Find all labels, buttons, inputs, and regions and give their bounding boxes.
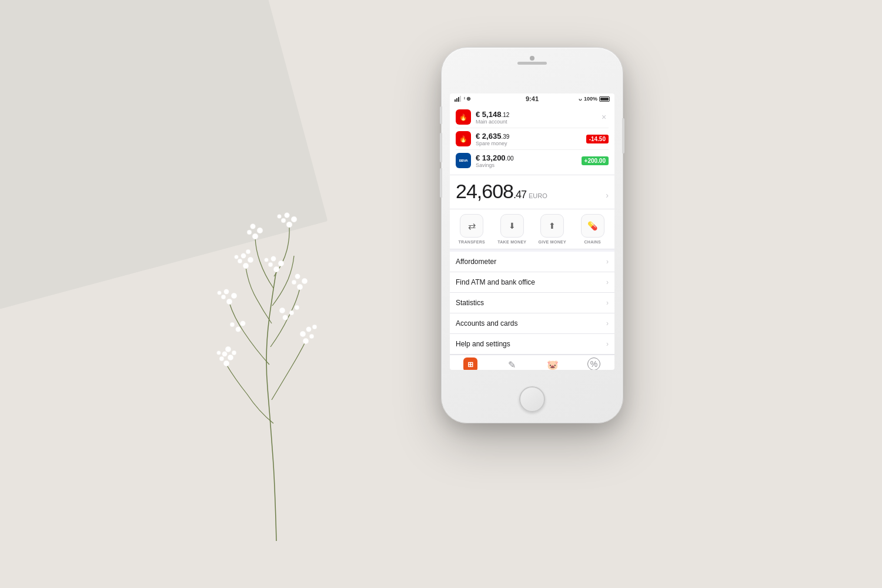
phone-mockup: ᵎ ⊛ 9:41 ᴗ 100% 🔥 € 5,148.12 bbox=[441, 47, 623, 423]
close-account-btn[interactable]: × bbox=[599, 112, 609, 122]
svg-point-18 bbox=[292, 280, 296, 285]
total-currency: EURO bbox=[529, 192, 547, 199]
svg-point-39 bbox=[271, 256, 276, 262]
svg-point-0 bbox=[223, 360, 229, 366]
give-money-icon: ⬆ bbox=[540, 214, 564, 238]
santander-icon-2: 🔥 bbox=[459, 135, 467, 143]
menu-item-accounts[interactable]: Accounts and cards › bbox=[450, 313, 614, 334]
svg-point-46 bbox=[279, 308, 285, 313]
help-chevron: › bbox=[606, 340, 609, 348]
chains-icon: 💊 bbox=[581, 214, 604, 238]
svg-point-23 bbox=[248, 257, 253, 263]
tab-payments[interactable]: ✎ Payments bbox=[491, 358, 532, 370]
account-row-spare[interactable]: 🔥 € 2,635.39 Spare money -14.50 bbox=[456, 128, 609, 150]
menu-item-atm[interactable]: Find ATM and bank office › bbox=[450, 272, 614, 293]
account-name-main: Main account bbox=[476, 119, 597, 125]
total-chevron: › bbox=[606, 191, 609, 200]
capital-tab-icon: ⊞ bbox=[463, 358, 477, 370]
menu-item-statistics[interactable]: Statistics › bbox=[450, 293, 614, 313]
accounts-section: 🔥 € 5,148.12 Main account × 🔥 € 2,635 bbox=[450, 103, 614, 175]
svg-point-30 bbox=[285, 213, 290, 218]
tab-loans[interactable]: % Loans bbox=[573, 358, 614, 370]
svg-point-21 bbox=[243, 263, 249, 269]
wifi-symbol: ⊛ bbox=[466, 96, 471, 102]
battery-percent: 100% bbox=[584, 96, 597, 102]
menu-item-help[interactable]: Help and settings › bbox=[450, 334, 614, 355]
menu-item-affordometer[interactable]: Affordometer › bbox=[450, 252, 614, 272]
svg-point-34 bbox=[257, 228, 263, 233]
phone-speaker bbox=[517, 62, 547, 65]
account-name-savings: Savings bbox=[476, 162, 582, 168]
svg-point-16 bbox=[218, 291, 222, 295]
svg-point-38 bbox=[278, 260, 284, 266]
wifi-icon: ᵎ bbox=[464, 96, 465, 102]
take-money-label: TAKE MONEY bbox=[497, 240, 526, 244]
battery-icon bbox=[599, 96, 610, 102]
give-money-button[interactable]: ⬆ GIVE MONEY bbox=[533, 214, 572, 244]
account-info-spare: € 2,635.39 Spare money bbox=[476, 132, 586, 146]
status-left: ᵎ ⊛ bbox=[455, 96, 471, 102]
svg-point-10 bbox=[306, 327, 312, 332]
svg-point-14 bbox=[231, 293, 237, 299]
svg-point-32 bbox=[252, 233, 258, 239]
signal-icon bbox=[455, 96, 461, 102]
chains-button[interactable]: 💊 CHAINS bbox=[573, 214, 613, 244]
santander-logo-main: 🔥 bbox=[456, 109, 471, 125]
take-money-icon: ⬇ bbox=[500, 214, 524, 238]
santander-logo-spare: 🔥 bbox=[456, 131, 471, 146]
give-money-label: GIVE MONEY bbox=[539, 240, 566, 244]
phone-screen: ᵎ ⊛ 9:41 ᴗ 100% 🔥 € 5,148.12 bbox=[450, 93, 614, 370]
statistics-chevron: › bbox=[606, 299, 609, 307]
svg-point-2 bbox=[228, 355, 233, 360]
svg-point-44 bbox=[283, 315, 288, 320]
transfers-button[interactable]: ⇄ TRANSFERS bbox=[452, 214, 492, 244]
svg-point-41 bbox=[236, 327, 241, 332]
tab-capital[interactable]: ⊞ Capital bbox=[450, 358, 491, 370]
account-amount-main: € 5,148.12 bbox=[476, 110, 597, 119]
svg-point-24 bbox=[241, 253, 246, 259]
chains-label: CHAINS bbox=[584, 240, 601, 244]
flower-decoration bbox=[182, 200, 382, 553]
affordometer-label: Affordometer bbox=[456, 258, 496, 266]
statistics-label: Statistics bbox=[456, 299, 484, 307]
svg-point-25 bbox=[235, 255, 239, 259]
svg-point-37 bbox=[268, 262, 273, 267]
svg-point-33 bbox=[247, 230, 252, 235]
total-left: 24,608.47 EURO bbox=[456, 180, 547, 203]
help-label: Help and settings bbox=[456, 340, 510, 348]
svg-point-27 bbox=[286, 222, 292, 228]
time-display: 9:41 bbox=[526, 95, 539, 102]
svg-point-40 bbox=[265, 258, 269, 262]
home-button[interactable] bbox=[519, 386, 545, 412]
svg-point-15 bbox=[224, 289, 229, 295]
tab-funds[interactable]: 🐷 Funds bbox=[532, 358, 573, 370]
menu-section: Affordometer › Find ATM and bank office … bbox=[450, 249, 614, 355]
atm-label: Find ATM and bank office bbox=[456, 278, 535, 286]
svg-point-4 bbox=[232, 350, 236, 355]
savings-badge: +200.00 bbox=[582, 156, 609, 165]
total-amount: 24,608.47 bbox=[456, 180, 526, 203]
account-amount-spare: € 2,635.39 bbox=[476, 132, 586, 141]
bbva-logo: BBVA bbox=[456, 153, 471, 168]
accounts-label: Accounts and cards bbox=[456, 319, 517, 328]
accounts-chevron: › bbox=[606, 319, 609, 328]
status-bar: ᵎ ⊛ 9:41 ᴗ 100% bbox=[450, 93, 614, 103]
transfers-icon: ⇄ bbox=[460, 214, 483, 238]
svg-point-7 bbox=[303, 338, 309, 344]
take-money-button[interactable]: ⬇ TAKE MONEY bbox=[493, 214, 532, 244]
svg-point-22 bbox=[238, 259, 242, 263]
svg-point-1 bbox=[219, 356, 224, 361]
total-balance-section[interactable]: 24,608.47 EURO › bbox=[450, 175, 614, 209]
svg-point-20 bbox=[295, 274, 300, 279]
account-row-main[interactable]: 🔥 € 5,148.12 Main account × bbox=[456, 106, 609, 128]
svg-point-31 bbox=[278, 215, 282, 219]
volume-up-button bbox=[440, 133, 442, 162]
svg-point-35 bbox=[250, 224, 256, 229]
power-button bbox=[622, 118, 624, 153]
account-row-savings[interactable]: BBVA € 13,200.00 Savings +200.00 bbox=[456, 150, 609, 171]
funds-tab-icon: 🐷 bbox=[546, 358, 560, 370]
svg-point-47 bbox=[295, 305, 299, 310]
svg-point-26 bbox=[246, 249, 250, 254]
svg-point-45 bbox=[289, 310, 294, 315]
santander-icon-1: 🔥 bbox=[459, 113, 467, 121]
